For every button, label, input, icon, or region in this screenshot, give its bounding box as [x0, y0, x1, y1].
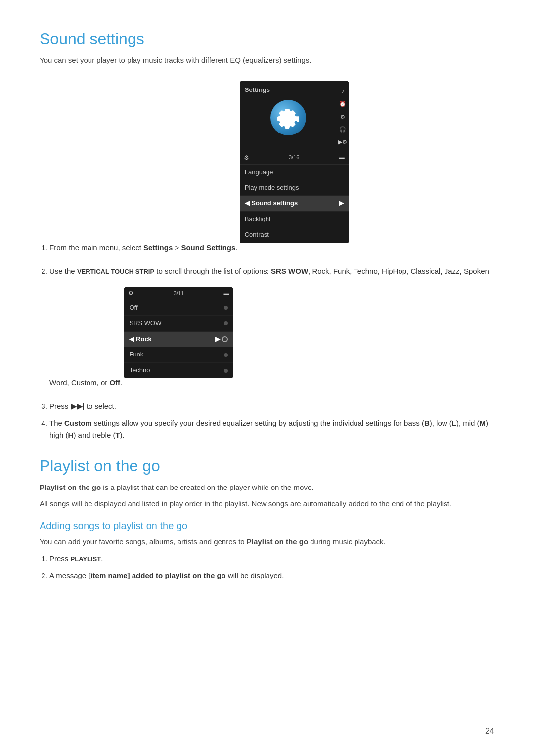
step-2: Use the VERTICAL TOUCH STRIP to scroll t… — [49, 266, 494, 396]
playlist-intro2: All songs will be displayed and listed i… — [40, 498, 494, 510]
step1-arrow: > — [173, 243, 181, 252]
srs-wow-label: SRS WOW — [271, 267, 308, 275]
playlist-intro1-text: is a playlist that can be created on the… — [103, 483, 313, 491]
step3-symbol: ▶▶| — [71, 402, 85, 410]
menu-play-mode: Play mode settings — [240, 180, 349, 196]
step4-suffix: settings allow you specify your desired … — [92, 419, 424, 427]
vertical-touch-strip-label: VERTICAL TOUCH STRIP — [77, 268, 154, 275]
step4-b: B — [424, 419, 430, 427]
step2-prefix: Use the — [49, 267, 77, 275]
off-label: Off — [109, 378, 120, 387]
step1-bold2: Sound Settings — [181, 243, 235, 252]
adding-intro-suffix: during music playback. — [308, 537, 386, 546]
playlist-section: Playlist on the go Playlist on the go is… — [40, 457, 494, 581]
page-number: 24 — [485, 726, 494, 736]
settings-icon: ⚙ — [340, 113, 345, 122]
menu-battery: ▬ — [339, 153, 345, 162]
step-1: From the main menu, select Settings > So… — [49, 71, 494, 261]
step2-mid: to scroll through the list of options: — [154, 267, 271, 275]
step4-t: T — [115, 431, 120, 439]
step4-close1: ), low ( — [430, 419, 452, 427]
alarm-icon: ⏰ — [339, 100, 346, 109]
adding-intro-prefix: You can add your favorite songs, albums,… — [40, 537, 247, 546]
adding-step2-end: will be displayed. — [226, 571, 284, 579]
menu-language: Language — [240, 165, 349, 180]
step3-suffix: to select. — [85, 402, 116, 410]
menu-gear-icon: ⚙ — [244, 153, 249, 163]
step-3: Press ▶▶| to select. — [49, 400, 494, 412]
settings-menu-image: Settings ♪ ⏰ — [240, 76, 349, 254]
eq-menu-image: ⚙ 3/11 ▬ Off SRS WOW ◀ Rock ▶ Funk — [124, 282, 233, 389]
menu-sound-settings: ◀ Sound settings ▶ — [240, 196, 349, 212]
adding-title: Adding songs to playlist on the go — [40, 520, 494, 532]
sound-settings-steps: From the main menu, select Settings > So… — [49, 71, 494, 442]
settings-menu-box: Settings ♪ ⏰ — [240, 81, 349, 243]
eq-counter: 3/11 — [174, 289, 184, 298]
adding-step-1: Press PLAYLIST. — [49, 553, 494, 565]
adding-step1-text: Press — [49, 554, 71, 563]
adding-steps: Press PLAYLIST. A message [item name] ad… — [49, 553, 494, 581]
step4-l: L — [452, 419, 456, 427]
adding-step1-end: . — [101, 554, 103, 563]
step4-prefix: The — [49, 419, 64, 427]
playlist-intro1: Playlist on the go is a playlist that ca… — [40, 482, 494, 493]
step4-custom-label: Custom — [64, 419, 92, 427]
sound-settings-intro: You can set your player to play music tr… — [40, 55, 494, 66]
playlist-title: Playlist on the go — [40, 457, 494, 475]
eq-funk: Funk — [124, 347, 233, 363]
step1-dot: . — [235, 243, 237, 252]
arrow-gear-icon: ▶⚙ — [338, 138, 347, 147]
playlist-on-go-bold: Playlist on the go — [247, 537, 308, 546]
playlist-bold-label: Playlist on the go — [40, 483, 101, 491]
eq-rock-active: ◀ Rock ▶ — [124, 332, 233, 348]
menu-counter: 3/16 — [289, 153, 299, 162]
eq-battery: ▬ — [223, 289, 229, 298]
eq-srs-wow: SRS WOW — [124, 316, 233, 332]
adding-section: Adding songs to playlist on the go You c… — [40, 520, 494, 581]
music-icon: ♪ — [341, 86, 345, 96]
step1-bold1: Settings — [143, 243, 173, 252]
adding-step2-text: A message — [49, 571, 88, 579]
adding-step-2: A message [item name] added to playlist … — [49, 570, 494, 581]
eq-techno: Techno — [124, 363, 233, 378]
settings-header: Settings — [245, 85, 332, 95]
sound-settings-title: Sound settings — [40, 30, 494, 48]
headphone-icon: 🎧 — [339, 125, 346, 134]
step4-h: H — [68, 431, 74, 439]
step4-m: M — [480, 419, 486, 427]
adding-intro: You can add your favorite songs, albums,… — [40, 536, 494, 548]
eq-off: Off — [124, 300, 233, 316]
step4-close4: ) and treble ( — [73, 431, 115, 439]
step4-close5: ). — [120, 431, 125, 439]
item-added-message: [item name] added to playlist on the go — [88, 571, 225, 579]
settings-gear-image — [270, 100, 306, 135]
step1-text: From the main menu, select — [49, 243, 143, 252]
menu-backlight: Backlight — [240, 212, 349, 227]
eq-gear-icon: ⚙ — [128, 289, 134, 298]
menu-contrast: Contrast — [240, 227, 349, 243]
step3-text: Press — [49, 402, 71, 410]
eq-menu-box: ⚙ 3/11 ▬ Off SRS WOW ◀ Rock ▶ Funk — [124, 287, 233, 378]
playlist-label: PLAYLIST — [71, 555, 101, 563]
step-4: The Custom settings allow you specify yo… — [49, 417, 494, 441]
step4-close2: ), mid ( — [456, 419, 480, 427]
